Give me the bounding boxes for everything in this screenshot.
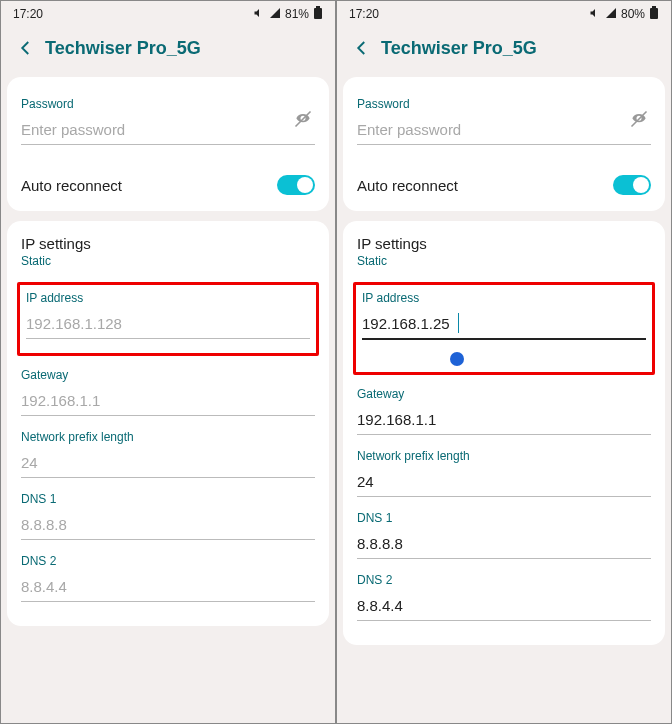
password-label: Password	[357, 97, 651, 111]
auto-reconnect-label: Auto reconnect	[357, 177, 458, 194]
visibility-off-icon[interactable]	[293, 109, 313, 133]
dns1-label: DNS 1	[357, 511, 651, 525]
signal-icon	[269, 7, 281, 22]
ip-settings-mode[interactable]: Static	[21, 254, 315, 268]
signal-icon	[605, 7, 617, 22]
battery-icon	[313, 6, 323, 23]
dns2-block: DNS 2	[357, 567, 651, 629]
dns2-block: DNS 2	[21, 548, 315, 610]
ip-address-label: IP address	[362, 291, 646, 305]
dns2-label: DNS 2	[21, 554, 315, 568]
volume-mute-icon	[253, 7, 265, 22]
dns1-block: DNS 1	[21, 486, 315, 548]
status-time: 17:20	[349, 7, 379, 21]
page-title: Techwiser Pro_5G	[45, 38, 201, 59]
prefix-block: Network prefix length	[21, 424, 315, 486]
dns1-input[interactable]	[21, 510, 315, 540]
prefix-input[interactable]	[357, 467, 651, 497]
ip-settings-title: IP settings	[357, 235, 651, 252]
gateway-block: Gateway	[357, 381, 651, 443]
gateway-input[interactable]	[21, 386, 315, 416]
ip-address-highlight: IP address	[353, 282, 655, 375]
screen-left: 17:20 81% Techwiser Pro_5G Password	[0, 0, 336, 724]
title-bar: Techwiser Pro_5G	[1, 27, 335, 77]
back-icon[interactable]	[351, 37, 373, 59]
gateway-label: Gateway	[21, 368, 315, 382]
text-cursor	[458, 313, 459, 333]
auto-reconnect-row: Auto reconnect	[21, 175, 315, 195]
auto-reconnect-toggle[interactable]	[613, 175, 651, 195]
ip-settings-title: IP settings	[21, 235, 315, 252]
status-bar: 17:20 81%	[1, 1, 335, 27]
dns2-label: DNS 2	[357, 573, 651, 587]
svg-rect-0	[314, 8, 322, 19]
battery-text: 81%	[285, 7, 309, 21]
volume-mute-icon	[589, 7, 601, 22]
battery-text: 80%	[621, 7, 645, 21]
card-password: Password Auto reconnect	[343, 77, 665, 211]
ip-address-label: IP address	[26, 291, 310, 305]
auto-reconnect-row: Auto reconnect	[357, 175, 651, 195]
status-right: 81%	[253, 6, 323, 23]
ip-address-input[interactable]	[362, 309, 646, 340]
visibility-off-icon[interactable]	[629, 109, 649, 133]
card-ip-settings: IP settings Static IP address Gateway Ne…	[7, 221, 329, 626]
gateway-input[interactable]	[357, 405, 651, 435]
prefix-label: Network prefix length	[21, 430, 315, 444]
status-right: 80%	[589, 6, 659, 23]
dns1-block: DNS 1	[357, 505, 651, 567]
ip-address-input[interactable]	[26, 309, 310, 339]
auto-reconnect-toggle[interactable]	[277, 175, 315, 195]
battery-icon	[649, 6, 659, 23]
ip-address-highlight: IP address	[17, 282, 319, 356]
card-ip-settings: IP settings Static IP address Gateway Ne…	[343, 221, 665, 645]
gateway-label: Gateway	[357, 387, 651, 401]
prefix-label: Network prefix length	[357, 449, 651, 463]
password-label: Password	[21, 97, 315, 111]
ip-settings-mode[interactable]: Static	[357, 254, 651, 268]
title-bar: Techwiser Pro_5G	[337, 27, 671, 77]
dns1-label: DNS 1	[21, 492, 315, 506]
back-icon[interactable]	[15, 37, 37, 59]
status-time: 17:20	[13, 7, 43, 21]
prefix-block: Network prefix length	[357, 443, 651, 505]
dns1-input[interactable]	[357, 529, 651, 559]
password-input[interactable]	[21, 115, 315, 145]
dns2-input[interactable]	[21, 572, 315, 602]
dns2-input[interactable]	[357, 591, 651, 621]
card-password: Password Auto reconnect	[7, 77, 329, 211]
page-title: Techwiser Pro_5G	[381, 38, 537, 59]
svg-rect-4	[652, 6, 656, 8]
svg-rect-1	[316, 6, 320, 8]
gateway-block: Gateway	[21, 362, 315, 424]
screen-right: 17:20 80% Techwiser Pro_5G Password	[336, 0, 672, 724]
status-bar: 17:20 80%	[337, 1, 671, 27]
password-field-block: Password	[357, 91, 651, 153]
password-input[interactable]	[357, 115, 651, 145]
auto-reconnect-label: Auto reconnect	[21, 177, 122, 194]
password-field-block: Password	[21, 91, 315, 153]
prefix-input[interactable]	[21, 448, 315, 478]
text-cursor-handle-icon[interactable]	[450, 352, 464, 366]
svg-rect-3	[650, 8, 658, 19]
